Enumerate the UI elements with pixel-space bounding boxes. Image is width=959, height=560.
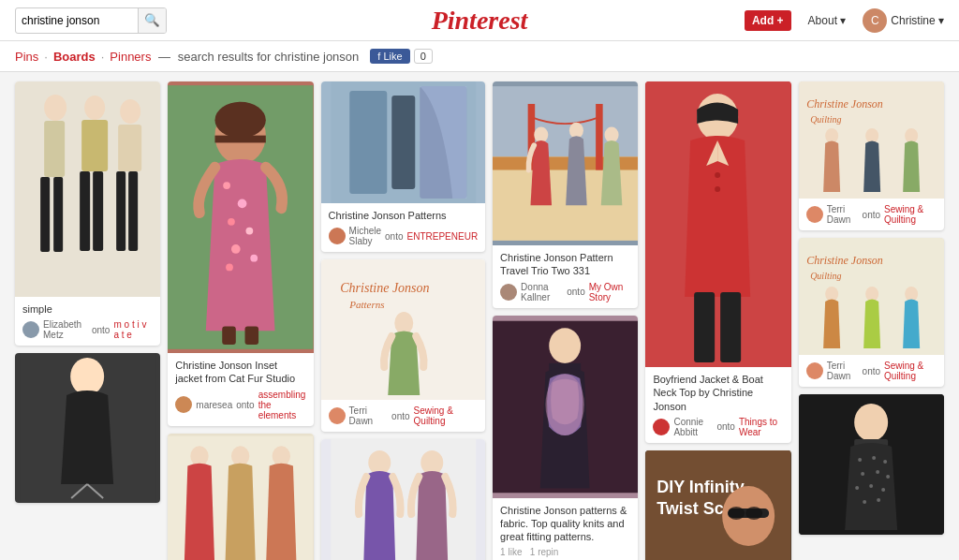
pin-image: Christine Jonson Patterns (321, 259, 486, 400)
svg-point-93 (858, 458, 862, 462)
user-avatar (175, 396, 192, 413)
svg-text:Christine Jonson: Christine Jonson (806, 254, 883, 267)
pin-user: Terri Dawn (349, 405, 389, 426)
about-button[interactable]: About ▾ (803, 10, 852, 31)
pin-image-svg (799, 394, 944, 535)
fb-icon: f (377, 51, 380, 62)
svg-point-24 (228, 218, 235, 226)
pin-board[interactable]: My Own Story (589, 282, 631, 302)
pin-meta: Donna Kallner onto My Own Story (500, 282, 630, 302)
list-item[interactable]: Christine Jonson patterns & fabric. Top … (493, 316, 638, 560)
pin-grid: simple Elizabeth Metz onto m o t i v a t… (15, 81, 944, 560)
boards-tab[interactable]: Boards (53, 50, 96, 64)
pin-col-0: simple Elizabeth Metz onto m o t i v a t… (15, 81, 160, 503)
user-avatar (329, 407, 346, 424)
pin-image (493, 316, 638, 498)
pin-image-svg (321, 81, 486, 203)
subheader: Pins · Boards · Pinners — search results… (0, 41, 959, 72)
svg-point-23 (238, 199, 247, 209)
svg-rect-4 (53, 177, 63, 252)
svg-point-57 (569, 123, 583, 139)
svg-point-94 (872, 456, 876, 460)
pin-image: DIY Infinity Twist Scarf (645, 450, 790, 560)
svg-point-91 (854, 404, 888, 441)
pinners-tab[interactable]: Pinners (110, 50, 151, 64)
list-item[interactable] (15, 353, 160, 503)
pin-image (493, 81, 638, 245)
pin-user: Michele Slaby (349, 226, 381, 246)
list-item[interactable]: Christine Jonson Quilting Terri (799, 238, 944, 387)
like-area: f Like 0 (370, 49, 432, 64)
svg-point-97 (876, 470, 879, 474)
search-box: 🔍 (15, 7, 167, 34)
pin-user: Terri Dawn (827, 204, 859, 225)
user-avatar (653, 419, 670, 435)
onto-label: onto (567, 287, 584, 297)
user-avatar (329, 228, 346, 244)
main-content: simple Elizabeth Metz onto m o t i v a t… (0, 72, 959, 560)
facebook-like-button[interactable]: f Like (370, 49, 409, 64)
pin-image (15, 353, 160, 503)
pin-board[interactable]: Sewing & Quilting (414, 405, 479, 426)
svg-point-38 (273, 446, 290, 465)
pin-board[interactable]: Things to Wear (739, 417, 784, 437)
svg-rect-55 (596, 104, 603, 170)
pin-image-svg (15, 81, 160, 297)
list-item[interactable] (321, 439, 486, 560)
svg-point-103 (877, 498, 880, 502)
svg-point-20 (215, 102, 266, 139)
pin-board[interactable]: Sewing & Quilting (884, 204, 937, 225)
pin-image (168, 434, 313, 560)
search-button[interactable]: 🔍 (138, 7, 166, 34)
avatar: C (863, 8, 887, 33)
svg-rect-8 (93, 171, 103, 251)
pin-meta: Elizabeth Metz onto m o t i v a t e (22, 319, 153, 340)
svg-text:Patterns: Patterns (348, 299, 384, 310)
list-item[interactable]: Boyfriend Jacket & Boat Neck Top by Chri… (645, 81, 790, 443)
svg-text:Christine Jonson: Christine Jonson (340, 281, 429, 295)
pin-meta: Connie Abbitt onto Things to Wear (653, 417, 783, 437)
list-item[interactable]: Christine Jonson Patterns Terri Dawn ont… (321, 259, 486, 432)
svg-point-100 (869, 484, 873, 488)
list-item[interactable]: simple Elizabeth Metz onto m o t i v a t… (15, 81, 160, 346)
pin-meta: Terri Dawn onto Sewing & Quilting (806, 204, 937, 225)
pin-info: Terri Dawn onto Sewing & Quilting (321, 400, 486, 432)
list-item[interactable]: Christine Jonson Quilting Terri (799, 81, 944, 230)
list-item[interactable] (799, 394, 944, 535)
list-item[interactable]: Christine Jonson Pattern Travel Trio Two… (493, 81, 638, 308)
list-item[interactable]: Christine Jonson Inset jacket from Cat F… (168, 81, 313, 426)
pin-info: Terri Dawn onto Sewing & Quilting (799, 199, 944, 230)
list-item[interactable]: DIY Infinity Twist Scarf DIY Infinity Tw… (645, 450, 790, 560)
pin-info: simple Elizabeth Metz onto m o t i v a t… (15, 297, 160, 346)
svg-rect-2 (44, 121, 65, 177)
pin-meta: Terri Dawn onto Sewing & Quilting (806, 361, 937, 381)
logo: Pinterest (432, 6, 528, 36)
sep1: · (44, 50, 48, 64)
pin-board[interactable]: Sewing & Quilting (884, 361, 937, 381)
pin-board[interactable]: assembling the elements (258, 390, 306, 420)
pin-title: Christine Jonson patterns & fabric. Top … (500, 504, 630, 544)
search-input[interactable] (16, 14, 138, 27)
separator-dash: — (155, 50, 173, 64)
pins-tab[interactable]: Pins (15, 50, 38, 64)
onto-label: onto (391, 411, 409, 421)
pin-info: Boyfriend Jacket & Boat Neck Top by Chri… (645, 367, 790, 443)
svg-point-66 (716, 172, 721, 178)
list-item[interactable] (168, 434, 313, 560)
add-button[interactable]: Add + (745, 10, 791, 31)
svg-point-98 (886, 475, 890, 479)
pin-image (799, 394, 944, 535)
pin-image-svg: DIY Infinity Twist Scarf (645, 450, 790, 560)
svg-point-95 (883, 460, 887, 464)
list-item[interactable]: Christine Jonson Patterns Michele Slaby … (321, 81, 486, 252)
pin-info: Christine Jonson patterns & fabric. Top … (493, 498, 638, 560)
pin-col-2: Christine Jonson Patterns Michele Slaby … (321, 81, 486, 560)
user-menu[interactable]: C Christine ▾ (863, 8, 944, 33)
search-results-text: search results for christine jonson (178, 50, 360, 64)
pin-image-svg (168, 434, 313, 560)
pin-board[interactable]: ENTREPENEUR (407, 231, 479, 242)
sep2: · (101, 50, 105, 64)
pin-board[interactable]: m o t i v a t e (113, 319, 153, 340)
pin-user: Terri Dawn (827, 361, 859, 381)
pin-image (15, 81, 160, 297)
